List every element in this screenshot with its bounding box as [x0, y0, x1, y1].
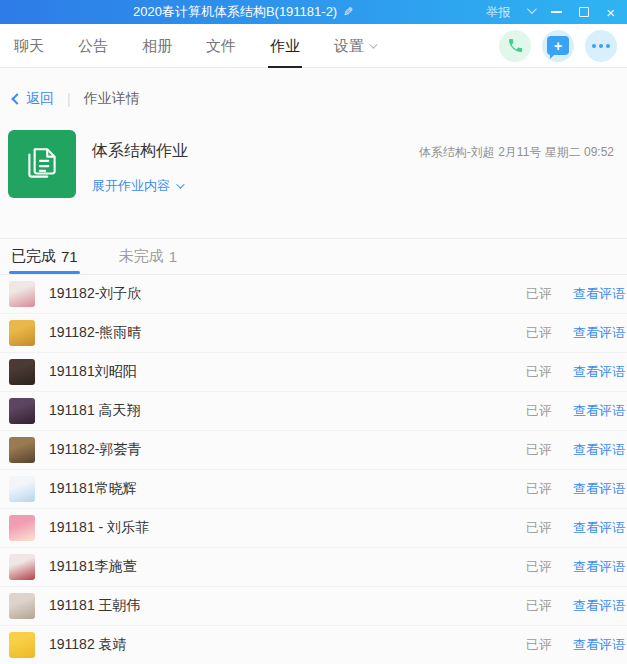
status-badge: 已评 [526, 519, 552, 537]
table-row: 191181李施萱 已评 查看评语 [0, 548, 627, 587]
more-icon [592, 44, 610, 48]
tab-chat[interactable]: 聊天 [10, 24, 48, 68]
student-name: 191181李施萱 [49, 558, 526, 576]
tab-files[interactable]: 文件 [202, 24, 240, 68]
report-button[interactable]: 举报 [486, 4, 510, 21]
expand-homework-button[interactable]: 展开作业内容 [92, 177, 188, 195]
view-comment-link[interactable]: 查看评语 [573, 285, 625, 303]
homework-document-icon [8, 130, 76, 198]
edit-title-icon[interactable]: ✎ [343, 5, 353, 19]
page-title: 作业详情 [84, 90, 140, 108]
maximize-button[interactable] [579, 7, 589, 17]
avatar [9, 593, 35, 619]
student-name: 191181 - 刘乐菲 [49, 519, 526, 537]
avatar [9, 437, 35, 463]
status-badge: 已评 [526, 636, 552, 654]
new-chat-button[interactable]: + [542, 30, 574, 62]
student-name: 191181刘昭阳 [49, 363, 526, 381]
view-comment-link[interactable]: 查看评语 [573, 441, 625, 459]
chevron-left-icon [11, 93, 22, 104]
homework-author: 体系结构-刘超 [419, 145, 495, 159]
expand-chevron-down-icon [176, 180, 184, 188]
tab-incomplete[interactable]: 未完成 1 [117, 239, 179, 274]
view-comment-link[interactable]: 查看评语 [573, 519, 625, 537]
table-row: 191181刘昭阳 已评 查看评语 [0, 353, 627, 392]
completed-count: 71 [61, 248, 78, 265]
status-badge: 已评 [526, 441, 552, 459]
navbar: 聊天 公告 相册 文件 作业 设置 + [0, 24, 627, 68]
student-name: 191182-郭荟青 [49, 441, 526, 459]
tab-announcements[interactable]: 公告 [74, 24, 112, 68]
table-row: 191181 高天翔 已评 查看评语 [0, 392, 627, 431]
breadcrumb-divider: | [67, 91, 71, 107]
view-comment-link[interactable]: 查看评语 [573, 402, 625, 420]
avatar [9, 320, 35, 346]
minimize-button[interactable] [551, 11, 562, 13]
chat-plus-icon: + [547, 36, 569, 55]
avatar [9, 554, 35, 580]
table-row: 191182-郭荟青 已评 查看评语 [0, 431, 627, 470]
phone-icon [507, 37, 524, 54]
settings-chevron-down-icon [369, 40, 377, 48]
table-row: 191181常晓辉 已评 查看评语 [0, 470, 627, 509]
student-name: 191181常晓辉 [49, 480, 526, 498]
homework-title: 体系结构作业 [92, 141, 188, 162]
tab-completed[interactable]: 已完成 71 [9, 239, 80, 274]
view-comment-link[interactable]: 查看评语 [573, 636, 625, 654]
more-button[interactable] [585, 30, 617, 62]
titlebar-chevron-down-icon[interactable] [527, 4, 537, 14]
avatar [9, 515, 35, 541]
homework-datetime: 2月11号 星期二 09:52 [498, 145, 614, 159]
window-title: 2020春计算机体系结构B(191181-2) [133, 3, 337, 21]
status-tabs: 已完成 71 未完成 1 [0, 238, 627, 275]
avatar [9, 281, 35, 307]
status-badge: 已评 [526, 480, 552, 498]
student-name: 191182 袁靖 [49, 636, 526, 654]
student-list: 191182-刘子欣 已评 查看评语 191182-熊雨晴 已评 查看评语 19… [0, 275, 627, 664]
call-button[interactable] [499, 30, 531, 62]
table-row: 191182-熊雨晴 已评 查看评语 [0, 314, 627, 353]
status-badge: 已评 [526, 285, 552, 303]
student-name: 191181 高天翔 [49, 402, 526, 420]
student-name: 191182-熊雨晴 [49, 324, 526, 342]
tab-albums[interactable]: 相册 [138, 24, 176, 68]
table-row: 191181 - 刘乐菲 已评 查看评语 [0, 509, 627, 548]
incomplete-count: 1 [169, 248, 177, 265]
table-row: 191182-刘子欣 已评 查看评语 [0, 275, 627, 314]
table-row: 191182 袁靖 已评 查看评语 [0, 626, 627, 664]
homework-meta: 体系结构-刘超 2月11号 星期二 09:52 [419, 144, 619, 161]
view-comment-link[interactable]: 查看评语 [573, 558, 625, 576]
view-comment-link[interactable]: 查看评语 [573, 324, 625, 342]
view-comment-link[interactable]: 查看评语 [573, 480, 625, 498]
window-title-wrap: 2020春计算机体系结构B(191181-2) ✎ [0, 3, 486, 21]
close-button[interactable]: × [606, 5, 615, 20]
back-button[interactable]: 返回 [13, 90, 54, 108]
student-name: 191182-刘子欣 [49, 285, 526, 303]
breadcrumb: 返回 | 作业详情 [0, 88, 627, 110]
avatar [9, 398, 35, 424]
view-comment-link[interactable]: 查看评语 [573, 597, 625, 615]
avatar [9, 632, 35, 658]
status-badge: 已评 [526, 363, 552, 381]
tab-settings[interactable]: 设置 [330, 24, 379, 68]
status-badge: 已评 [526, 324, 552, 342]
avatar [9, 476, 35, 502]
status-badge: 已评 [526, 597, 552, 615]
tab-homework[interactable]: 作业 [266, 24, 304, 68]
status-badge: 已评 [526, 402, 552, 420]
status-badge: 已评 [526, 558, 552, 576]
homework-card: 体系结构作业 展开作业内容 体系结构-刘超 2月11号 星期二 09:52 [8, 130, 619, 198]
window-titlebar: 2020春计算机体系结构B(191181-2) ✎ 举报 × [0, 0, 627, 24]
avatar [9, 359, 35, 385]
student-name: 191181 王朝伟 [49, 597, 526, 615]
table-row: 191181 王朝伟 已评 查看评语 [0, 587, 627, 626]
view-comment-link[interactable]: 查看评语 [573, 363, 625, 381]
